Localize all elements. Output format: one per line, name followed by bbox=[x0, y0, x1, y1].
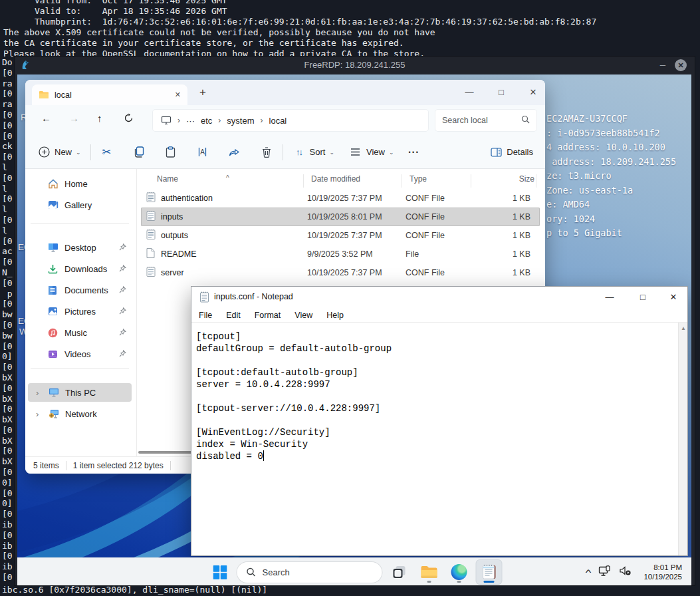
sidebar-item-desktop[interactable]: Desktop bbox=[28, 238, 132, 257]
explorer-close-button[interactable]: ✕ bbox=[520, 84, 546, 101]
music-icon bbox=[48, 328, 58, 338]
copy-button[interactable] bbox=[132, 146, 146, 159]
expand-chevron-icon[interactable]: › bbox=[36, 388, 43, 398]
taskbar-notepad-button-active[interactable] bbox=[477, 560, 502, 584]
sidebar-item-gallery[interactable]: Gallery bbox=[28, 196, 132, 214]
menu-format[interactable]: Format bbox=[255, 311, 281, 320]
view-button[interactable]: View ⌄ bbox=[349, 146, 394, 159]
desktop-icon bbox=[48, 243, 58, 252]
breadcrumb-ellipsis[interactable]: ··· bbox=[186, 116, 195, 126]
details-pane-button[interactable]: Details bbox=[489, 146, 533, 159]
menu-help[interactable]: Help bbox=[326, 311, 344, 320]
explorer-search-input[interactable]: Search local bbox=[435, 110, 536, 131]
table-row-server[interactable]: server 10/19/2025 7:37 PM CONF File 1 KB bbox=[141, 263, 540, 282]
documents-icon bbox=[48, 285, 57, 295]
menu-view[interactable]: View bbox=[294, 311, 312, 320]
delete-button[interactable] bbox=[260, 146, 273, 159]
pin-icon bbox=[119, 243, 126, 253]
sidebar-item-videos[interactable]: Videos bbox=[28, 345, 132, 363]
sidebar-item-music[interactable]: Music bbox=[28, 323, 132, 342]
taskbar-clock[interactable]: 8:01 PM 10/19/2025 bbox=[640, 563, 686, 581]
sidebar-item-downloads[interactable]: Downloads bbox=[28, 259, 132, 278]
chevron-down-icon: ⌄ bbox=[329, 149, 334, 156]
toolbar-divider bbox=[283, 144, 283, 160]
scrollbar-up-arrow-icon[interactable]: ▲ bbox=[681, 325, 686, 331]
notepad-text-area[interactable]: [tcpout] defaultGroup = default-autolb-g… bbox=[191, 323, 678, 555]
up-button[interactable]: ↑ bbox=[97, 112, 102, 124]
refresh-button[interactable] bbox=[124, 113, 134, 125]
freerdp-minimize-button[interactable]: – bbox=[660, 59, 665, 70]
notepad-titlebar[interactable]: inputs.conf - Notepad — □ ✕ bbox=[191, 287, 687, 308]
notepad-taskbar-icon bbox=[481, 564, 497, 580]
notepad-maximize-button[interactable]: □ bbox=[632, 287, 654, 307]
menu-file[interactable]: File bbox=[199, 311, 212, 320]
column-header-type[interactable]: Type bbox=[409, 174, 427, 184]
table-row-inputs-selected[interactable]: inputs 10/19/2025 8:01 PM CONF File 1 KB bbox=[141, 208, 540, 226]
taskbar-file-explorer-button[interactable] bbox=[417, 560, 442, 584]
share-icon[interactable] bbox=[228, 146, 241, 159]
sort-ascending-icon: ^ bbox=[226, 174, 229, 182]
tab-title: local bbox=[55, 90, 170, 100]
column-header-date-modified[interactable]: Date modified bbox=[311, 174, 360, 184]
explorer-maximize-button[interactable]: □ bbox=[488, 84, 515, 101]
table-row-readme[interactable]: README 9/9/2025 3:52 PM File 1 KB bbox=[141, 245, 540, 263]
notepad-vertical-scrollbar[interactable]: ▲ bbox=[678, 323, 687, 555]
breadcrumb-segment-local[interactable]: local bbox=[269, 116, 287, 126]
freerdp-titlebar[interactable]: FreeRDP: 18.209.241.255 – ✕ bbox=[15, 57, 695, 74]
explorer-minimize-button[interactable]: — bbox=[456, 84, 483, 101]
volume-muted-tray-icon[interactable] bbox=[619, 565, 632, 579]
new-button[interactable]: New ⌄ bbox=[37, 146, 81, 159]
file-date: 10/19/2025 7:37 PM bbox=[307, 231, 382, 240]
more-options-button[interactable]: • • • bbox=[408, 149, 417, 156]
table-row-authentication[interactable]: authentication 10/19/2025 7:37 PM CONF F… bbox=[141, 189, 540, 208]
menu-edit[interactable]: Edit bbox=[226, 311, 241, 320]
sidebar-item-pictures[interactable]: Pictures bbox=[28, 302, 132, 321]
notepad-close-button[interactable]: ✕ bbox=[662, 287, 685, 307]
table-row-outputs[interactable]: outputs 10/19/2025 7:37 PM CONF File 1 K… bbox=[141, 226, 540, 245]
expand-chevron-icon[interactable]: › bbox=[36, 409, 43, 419]
sidebar-item-label: Music bbox=[64, 328, 87, 338]
breadcrumb[interactable]: › ··· etc › system › local bbox=[153, 110, 428, 131]
notepad-minimize-button[interactable]: — bbox=[598, 287, 621, 307]
sidebar-divider bbox=[31, 369, 129, 369]
column-header-size[interactable]: Size bbox=[479, 174, 534, 184]
sidebar-item-label: Home bbox=[64, 179, 88, 189]
paste-button[interactable] bbox=[164, 146, 177, 159]
start-button[interactable] bbox=[207, 560, 233, 584]
pin-icon bbox=[119, 307, 126, 317]
network-tray-icon[interactable] bbox=[598, 565, 611, 579]
sidebar-item-label: Network bbox=[65, 409, 97, 419]
rename-button[interactable]: A bbox=[196, 146, 209, 159]
pin-icon bbox=[119, 264, 126, 274]
sort-button[interactable]: ↑↓ Sort ⌄ bbox=[292, 146, 334, 159]
forward-button[interactable]: → bbox=[69, 112, 79, 124]
explorer-tab-bar[interactable]: local ✕ + — □ ✕ bbox=[25, 80, 545, 105]
notepad-content: [tcpout] defaultGroup = default-autolb-g… bbox=[196, 331, 392, 462]
breadcrumb-segment-system[interactable]: system bbox=[227, 116, 254, 126]
explorer-sidebar: Home Gallery Desktop Downloads bbox=[25, 169, 137, 456]
file-size: 1 KB bbox=[475, 212, 530, 222]
tray-show-hidden-icons-chevron[interactable]: ^ bbox=[586, 567, 592, 577]
breadcrumb-segment-etc[interactable]: etc bbox=[201, 116, 212, 126]
column-header-name[interactable]: Name bbox=[157, 174, 178, 184]
new-tab-button[interactable]: + bbox=[199, 86, 206, 99]
conf-file-icon bbox=[146, 192, 156, 205]
back-button[interactable]: ← bbox=[41, 112, 51, 124]
task-view-button[interactable] bbox=[387, 560, 412, 584]
sidebar-item-documents[interactable]: Documents bbox=[28, 281, 132, 299]
sidebar-item-network[interactable]: › Network bbox=[28, 404, 132, 423]
text-caret bbox=[263, 450, 264, 461]
taskbar-search-box[interactable]: Search bbox=[237, 562, 382, 583]
tab-close-icon[interactable]: ✕ bbox=[175, 90, 181, 99]
taskbar-edge-button[interactable] bbox=[447, 560, 472, 584]
freerdp-close-button[interactable]: ✕ bbox=[675, 59, 687, 71]
terminal-output-left-column: Do [0 ra [0 ra [0 [0 [0 ck [0 l [0 l [0 … bbox=[2, 57, 13, 583]
horizontal-scrollbar-thumb[interactable] bbox=[138, 451, 193, 454]
task-view-icon bbox=[392, 565, 407, 579]
file-name: authentication bbox=[161, 194, 213, 203]
sidebar-item-this-pc[interactable]: › This PC bbox=[28, 383, 132, 402]
search-icon bbox=[247, 567, 256, 577]
explorer-tab-local[interactable]: local ✕ bbox=[32, 84, 187, 105]
cut-button[interactable]: ✂ bbox=[100, 146, 114, 159]
sidebar-item-home[interactable]: Home bbox=[28, 174, 132, 193]
